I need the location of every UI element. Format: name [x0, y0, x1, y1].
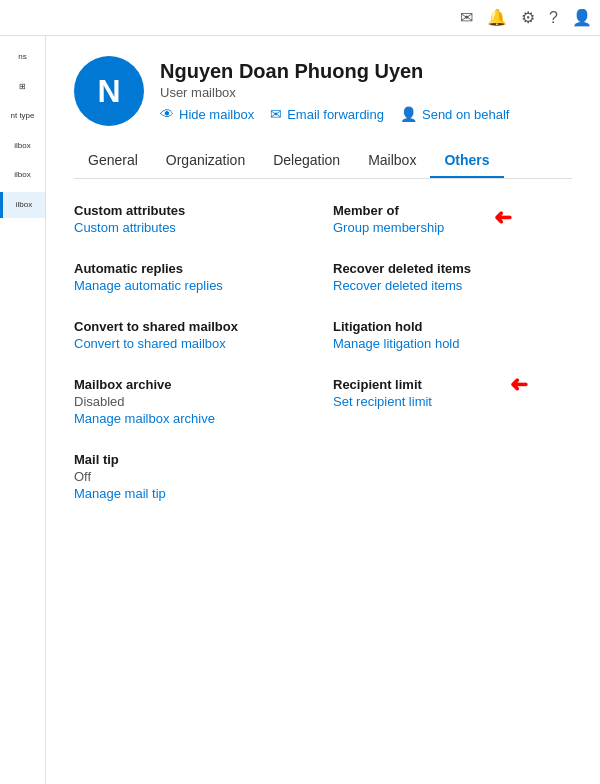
custom-attributes-section: Custom attributes Custom attributes — [74, 203, 313, 235]
recover-deleted-items-link[interactable]: Recover deleted items — [333, 278, 572, 293]
tabs-row: General Organization Delegation Mailbox … — [74, 144, 572, 179]
profile-info: Nguyen Doan Phuong Uyen User mailbox 👁 H… — [160, 56, 509, 122]
set-recipient-limit-link[interactable]: Set recipient limit — [333, 394, 572, 409]
automatic-replies-section: Automatic replies Manage automatic repli… — [74, 261, 313, 293]
right-column: Member of Group membership Recover delet… — [333, 203, 572, 527]
group-membership-link[interactable]: Group membership — [333, 220, 572, 235]
mail-icon[interactable]: ✉ — [460, 8, 473, 27]
mailbox-archive-section: Mailbox archive Disabled Manage mailbox … — [74, 377, 313, 426]
tab-general[interactable]: General — [74, 144, 152, 178]
profile-actions: 👁 Hide mailbox ✉ Email forwarding 👤 Send… — [160, 106, 509, 122]
litigation-hold-section: Litigation hold Manage litigation hold — [333, 319, 572, 351]
sidebar-item-ilbox2[interactable]: ilbox — [0, 162, 45, 188]
custom-attributes-link[interactable]: Custom attributes — [74, 220, 313, 235]
member-of-section: Member of Group membership — [333, 203, 572, 235]
person-icon: 👤 — [400, 106, 417, 122]
sidebar-item-ilbox3[interactable]: ilbox — [0, 192, 45, 218]
sidebar: ns ⊞ nt type ilbox ilbox ilbox — [0, 36, 46, 784]
email-icon: ✉ — [270, 106, 282, 122]
mail-tip-section: Mail tip Off Manage mail tip — [74, 452, 313, 501]
avatar: N — [74, 56, 144, 126]
manage-automatic-replies-link[interactable]: Manage automatic replies — [74, 278, 313, 293]
tab-others[interactable]: Others — [430, 144, 503, 178]
sidebar-item-ilbox1[interactable]: ilbox — [0, 133, 45, 159]
main-panel: N Nguyen Doan Phuong Uyen User mailbox 👁… — [46, 36, 600, 784]
help-icon[interactable]: ? — [549, 9, 558, 27]
eye-icon: 👁 — [160, 106, 174, 122]
convert-shared-mailbox-link[interactable]: Convert to shared mailbox — [74, 336, 313, 351]
content-grid: Custom attributes Custom attributes Auto… — [74, 203, 572, 527]
send-on-behalf-button[interactable]: 👤 Send on behalf — [400, 106, 509, 122]
sidebar-item-ns[interactable]: ns — [0, 44, 45, 70]
account-icon[interactable]: 👤 — [572, 8, 592, 27]
email-forwarding-button[interactable]: ✉ Email forwarding — [270, 106, 384, 122]
manage-litigation-hold-link[interactable]: Manage litigation hold — [333, 336, 572, 351]
recipient-limit-section: Recipient limit Set recipient limit — [333, 377, 572, 409]
sidebar-item-nttype[interactable]: nt type — [0, 103, 45, 129]
profile-header: N Nguyen Doan Phuong Uyen User mailbox 👁… — [74, 56, 572, 126]
convert-shared-mailbox-section: Convert to shared mailbox Convert to sha… — [74, 319, 313, 351]
tab-mailbox[interactable]: Mailbox — [354, 144, 430, 178]
recover-deleted-items-section: Recover deleted items Recover deleted it… — [333, 261, 572, 293]
hide-mailbox-button[interactable]: 👁 Hide mailbox — [160, 106, 254, 122]
tab-delegation[interactable]: Delegation — [259, 144, 354, 178]
bell-icon[interactable]: 🔔 — [487, 8, 507, 27]
topbar: ✉ 🔔 ⚙ ? 👤 — [0, 0, 600, 36]
gear-icon[interactable]: ⚙ — [521, 8, 535, 27]
manage-mail-tip-link[interactable]: Manage mail tip — [74, 486, 313, 501]
sidebar-item-grid[interactable]: ⊞ — [0, 74, 45, 100]
profile-subtitle: User mailbox — [160, 85, 509, 100]
tab-organization[interactable]: Organization — [152, 144, 259, 178]
manage-mailbox-archive-link[interactable]: Manage mailbox archive — [74, 411, 313, 426]
profile-name: Nguyen Doan Phuong Uyen — [160, 60, 509, 83]
left-column: Custom attributes Custom attributes Auto… — [74, 203, 313, 527]
